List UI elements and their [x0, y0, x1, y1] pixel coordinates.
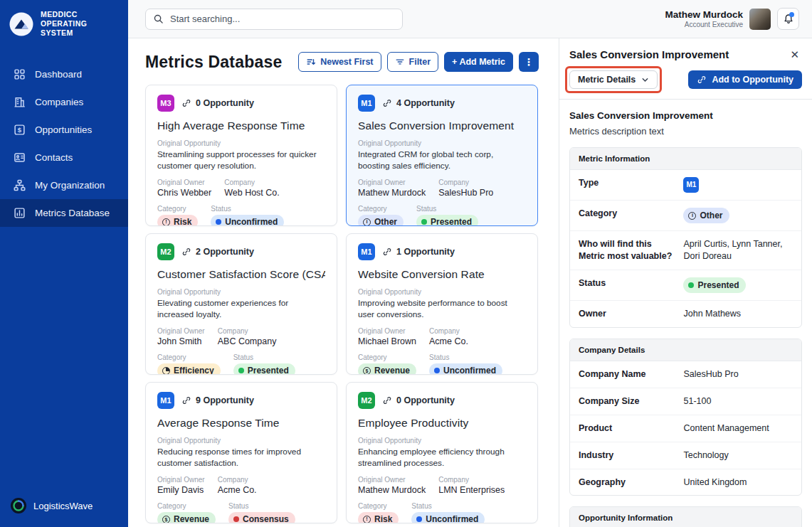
- original-opportunity-label: Original Opportunity: [358, 288, 526, 296]
- status-badge: Unconfirmed: [411, 512, 485, 523]
- page-title: Metrics Database: [145, 53, 282, 72]
- opportunity-count: 9 Opportunity: [181, 395, 254, 405]
- main-content: Metrics Database Newest First: [128, 38, 559, 527]
- opportunity-count: 1 Opportunity: [382, 247, 455, 257]
- metric-card[interactable]: M1 9 Opportunity Average Response Time O…: [145, 382, 337, 523]
- avatar[interactable]: [749, 9, 771, 30]
- company-value: SalesHub Pro: [438, 188, 493, 198]
- metric-type-badge: M2: [358, 392, 375, 409]
- detail-row-type: Type M1: [570, 170, 801, 201]
- metric-type-badge: M1: [683, 177, 699, 193]
- search-input[interactable]: [145, 9, 403, 30]
- status-label: Status: [411, 502, 485, 510]
- original-owner-label: Original Owner: [157, 179, 211, 186]
- opportunity-count: 2 Opportunity: [181, 247, 254, 257]
- metrics-database-icon: [14, 207, 26, 219]
- detail-panel: Sales Conversion Improvement ✕ Metric De…: [559, 38, 812, 527]
- metric-details-dropdown-wrap: Metric Details: [569, 70, 658, 89]
- metric-card-selected[interactable]: M1 4 Opportunity Sales Conversion Improv…: [346, 85, 538, 226]
- metric-title: Sales Conversion Improvement: [358, 119, 526, 132]
- metric-description-text: Metrics description text: [569, 126, 802, 137]
- metric-details-dropdown[interactable]: Metric Details: [569, 70, 658, 89]
- sort-button[interactable]: Newest First: [298, 52, 381, 72]
- search: [145, 9, 403, 30]
- metric-type-badge: M1: [358, 243, 375, 260]
- detail-row-company-name: Company Name SalesHub Pro: [570, 361, 801, 388]
- svg-text:$: $: [18, 126, 22, 134]
- metric-description: Reducing response times for improved cus…: [157, 447, 325, 469]
- company-value: Web Host Co.: [224, 188, 280, 198]
- pie-chart-icon: [162, 367, 170, 375]
- metric-type-badge: M1: [157, 392, 174, 409]
- link-icon: [181, 247, 191, 257]
- opportunities-icon: $: [14, 124, 26, 136]
- opportunity-count: 0 Opportunity: [382, 395, 455, 405]
- alert-circle-icon: [162, 218, 170, 226]
- category-badge: Revenue: [358, 363, 416, 375]
- sidebar-item-companies[interactable]: Companies: [0, 88, 128, 116]
- dollar-circle-icon: [162, 516, 170, 523]
- category-value: Other: [374, 217, 397, 226]
- logisticswave-icon: [10, 497, 27, 514]
- status-badge: Presented: [233, 363, 295, 375]
- company-label: Company: [429, 327, 468, 335]
- sidebar-item-metrics-database[interactable]: Metrics Database: [0, 199, 128, 227]
- detail-row-company-size: Company Size 51-100: [570, 388, 801, 415]
- status-value: Presented: [431, 217, 472, 226]
- status-value: Presented: [248, 366, 289, 375]
- link-icon: [382, 395, 392, 405]
- organization-icon: [14, 179, 26, 191]
- row-label: Who will find this Metric most valuable?: [579, 238, 683, 262]
- status-label: Status: [211, 205, 284, 213]
- status-dot: [434, 368, 440, 373]
- metric-card[interactable]: M2 0 Opportunity Employee Productivity O…: [346, 382, 538, 523]
- content-column: Mathew Murdock Account Executive Metrics…: [128, 0, 812, 527]
- more-options-button[interactable]: ⋮: [519, 52, 539, 72]
- sidebar-item-opportunities[interactable]: $ Opportunities: [0, 116, 128, 144]
- sort-button-label: Newest First: [320, 57, 373, 67]
- original-owner-label: Original Owner: [157, 327, 205, 335]
- category-label: Category: [358, 353, 416, 361]
- link-icon: [181, 98, 191, 108]
- app-root: MEDDICC OPERATING SYSTEM Dashboard Compa…: [0, 0, 812, 527]
- company-label: Company: [218, 327, 277, 335]
- row-label: Industry: [579, 449, 683, 462]
- sidebar-item-label: My Organization: [35, 180, 105, 191]
- status-badge: Presented: [683, 277, 745, 293]
- meddicc-logo-icon: [9, 11, 34, 37]
- close-icon[interactable]: ✕: [787, 48, 802, 61]
- category-badge: Efficiency: [157, 363, 221, 375]
- section-title: Metric Information: [570, 148, 801, 170]
- category-badge: Other: [358, 215, 404, 226]
- metric-card[interactable]: M2 2 Opportunity Customer Satisfaction S…: [145, 233, 337, 375]
- sidebar-item-label: Contacts: [35, 152, 73, 163]
- add-metric-button[interactable]: + Add Metric: [444, 52, 513, 72]
- metric-type-badge: M3: [157, 95, 174, 112]
- original-owner-value: Mathew Murdock: [358, 485, 426, 495]
- sidebar-item-my-organization[interactable]: My Organization: [0, 171, 128, 199]
- company-label: Company: [438, 179, 493, 186]
- opportunity-information-section: Opportunity Information Original Opportu…: [569, 506, 802, 527]
- row-label: Product: [579, 422, 683, 435]
- notifications-button[interactable]: [777, 8, 799, 30]
- metric-card[interactable]: M1 1 Opportunity Website Conversion Rate…: [346, 233, 538, 375]
- sidebar-item-contacts[interactable]: Contacts: [0, 144, 128, 171]
- metric-card[interactable]: M3 0 Opportunity High Average Response T…: [145, 85, 337, 226]
- add-to-opportunity-button[interactable]: Add to Opportunity: [688, 70, 802, 89]
- status-value: Unconfirmed: [225, 217, 278, 226]
- category-badge: Risk: [358, 512, 399, 523]
- user-meta: Mathew Murdock Account Executive: [665, 9, 743, 28]
- brand: MEDDICC OPERATING SYSTEM: [0, 0, 128, 45]
- opportunity-count-label: 9 Opportunity: [196, 395, 254, 405]
- detail-row-category: Category Other: [570, 201, 801, 231]
- brand-line-2: OPERATING SYSTEM: [41, 19, 120, 38]
- contacts-icon: [14, 151, 26, 164]
- footer-brand-label: LogisticsWave: [33, 501, 93, 511]
- sidebar-item-dashboard[interactable]: Dashboard: [0, 60, 128, 88]
- metric-details-dropdown-label: Metric Details: [578, 75, 636, 85]
- metric-description: Streamlining support processes for quick…: [157, 149, 325, 171]
- filter-icon: [395, 57, 405, 67]
- metric-title: Employee Productivity: [358, 417, 526, 430]
- filter-button[interactable]: Filter: [387, 52, 439, 72]
- detail-panel-header: Sales Conversion Improvement ✕ Metric De…: [559, 38, 812, 89]
